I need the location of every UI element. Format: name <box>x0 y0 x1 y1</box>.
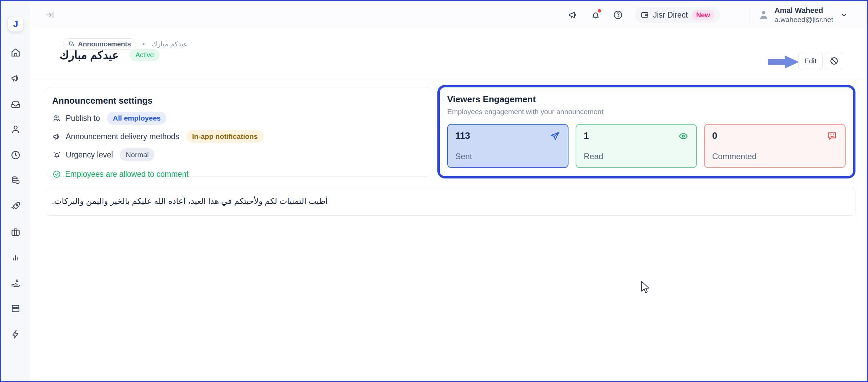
breadcrumb-separator-icon <box>141 40 148 48</box>
annotation-arrow <box>768 55 799 69</box>
announcement-body-text: أطيب التمنيات لكم ولأحبتكم في هذا العيد،… <box>52 196 849 206</box>
commented-label: Commented <box>712 152 838 161</box>
sent-value: 113 <box>455 131 560 141</box>
users-icon <box>52 114 61 123</box>
sidebar-item-recruitment[interactable] <box>10 227 21 237</box>
read-label: Read <box>584 152 689 161</box>
page-title: عيدكم مبارك <box>60 48 119 62</box>
announcement-settings-card: Announcement settings Publish to All emp… <box>46 87 431 177</box>
breadcrumb-current: عيدكم مبارك <box>152 40 188 48</box>
publish-to-label: Publish to <box>66 114 100 123</box>
chevron-down-icon <box>840 11 848 19</box>
inbox-icon <box>10 99 21 109</box>
urgency-level-value-badge: Normal <box>120 148 154 161</box>
home-icon <box>10 47 21 58</box>
topbar-divider <box>749 8 749 22</box>
sidebar: J <box>1 1 30 381</box>
announcements-stack-icon <box>68 41 75 47</box>
stat-commented: 0 Commented <box>704 124 846 168</box>
user-email: a.waheed@jisr.net <box>774 15 833 24</box>
user-texts: Amal Waheed a.waheed@jisr.net <box>774 6 833 24</box>
sent-label: Sent <box>455 152 560 161</box>
user-name: Amal Waheed <box>774 6 833 15</box>
check-circle-icon <box>52 170 61 179</box>
bell-ring-icon <box>52 150 61 160</box>
sidebar-item-reports[interactable] <box>10 252 21 263</box>
publish-to-row: Publish to All employees <box>52 112 425 124</box>
collapse-icon <box>45 10 55 20</box>
comments-allowed-note: Employees are allowed to comment <box>52 170 425 179</box>
sidebar-item-automations[interactable] <box>10 329 21 340</box>
engagement-card-title: Viewers Engagement <box>447 94 846 105</box>
storefront-icon <box>10 303 21 314</box>
coins-icon <box>10 175 21 186</box>
megaphone-icon <box>568 9 579 20</box>
lightning-icon <box>10 329 21 340</box>
notifications-button[interactable] <box>590 9 601 20</box>
urgency-level-row: Urgency level Normal <box>52 149 425 161</box>
sidebar-item-payroll[interactable] <box>10 175 21 186</box>
bar-chart-icon <box>10 252 21 263</box>
announcement-body-card: أطيب التمنيات لكم ولأحبتكم في هذا العيد،… <box>46 189 855 216</box>
clock-icon <box>10 150 21 161</box>
delivery-methods-label: Announcement delivery methods <box>66 132 179 141</box>
help-button[interactable] <box>613 9 623 20</box>
breadcrumb-root-label: Announcements <box>78 40 131 48</box>
new-badge: New <box>692 10 715 20</box>
ban-icon <box>829 56 839 66</box>
app-window: J Jisr Direct New <box>0 0 868 382</box>
wallet-icon <box>640 10 649 19</box>
send-icon <box>550 131 560 142</box>
edit-button[interactable]: Edit <box>798 52 823 70</box>
breadcrumb-announcements[interactable]: Announcements <box>63 38 136 50</box>
megaphone-icon <box>52 132 61 141</box>
engagement-card-subtitle: Employees engagement with your announcem… <box>447 108 846 116</box>
sidebar-item-requests[interactable] <box>10 201 21 212</box>
jisr-direct-button[interactable]: Jisr Direct New <box>635 7 720 23</box>
header-divider <box>30 80 867 80</box>
urgency-level-label: Urgency level <box>66 150 113 160</box>
main-content: Announcements عيدكم مبارك عيدكم مبارك Ac… <box>30 29 867 381</box>
jisr-direct-label: Jisr Direct <box>653 10 688 20</box>
rocket-icon <box>10 201 21 212</box>
stat-sent: 113 Sent <box>447 124 569 168</box>
sidebar-item-benefits[interactable] <box>10 278 21 289</box>
hand-heart-icon <box>10 278 21 289</box>
avatar <box>758 9 770 21</box>
deactivate-button[interactable] <box>825 52 843 70</box>
delivery-methods-value-badge: In-app notifications <box>186 130 264 143</box>
publish-to-value-badge: All employees <box>107 112 166 125</box>
help-icon <box>613 9 623 20</box>
collapse-sidebar-button[interactable] <box>45 10 55 20</box>
viewers-engagement-card: Viewers Engagement Employees engagement … <box>437 85 855 178</box>
delivery-methods-row: Announcement delivery methods In-app not… <box>52 130 425 143</box>
read-value: 1 <box>584 131 689 141</box>
megaphone-icon <box>10 73 21 84</box>
notification-dot <box>597 8 602 13</box>
page-title-row: عيدكم مبارك Active <box>60 48 160 62</box>
sidebar-item-home[interactable] <box>10 47 21 58</box>
briefcase-icon <box>10 227 21 237</box>
mouse-cursor <box>641 281 652 294</box>
topbar: Jisr Direct New Amal Waheed a.waheed@jis… <box>30 1 867 29</box>
jisr-logo[interactable]: J <box>8 17 23 31</box>
announcements-shortcut-button[interactable] <box>568 9 579 20</box>
status-badge: Active <box>130 49 160 61</box>
engagement-stats: 113 Sent 1 Read 0 Commented <box>447 124 846 168</box>
sidebar-item-time[interactable] <box>10 150 21 161</box>
sidebar-item-employees[interactable] <box>10 124 21 135</box>
comment-smile-icon <box>827 131 838 142</box>
user-icon <box>10 124 21 135</box>
stat-read: 1 Read <box>576 124 697 168</box>
sidebar-item-announcements[interactable] <box>10 73 21 84</box>
breadcrumb: Announcements عيدكم مبارك <box>63 38 188 50</box>
commented-value: 0 <box>712 131 838 141</box>
user-menu[interactable]: Amal Waheed a.waheed@jisr.net <box>758 6 848 24</box>
eye-icon <box>678 131 689 142</box>
sidebar-item-inbox[interactable] <box>10 99 21 109</box>
settings-card-title: Announcement settings <box>52 96 425 106</box>
comments-allowed-text: Employees are allowed to comment <box>65 170 188 179</box>
sidebar-item-marketplace[interactable] <box>10 303 21 314</box>
